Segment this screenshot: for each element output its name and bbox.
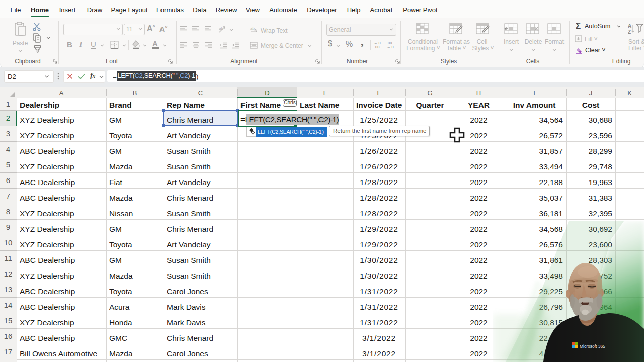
svg-text:Microsoft 365: Microsoft 365	[580, 344, 605, 349]
svg-text:→.0: →.0	[387, 45, 394, 49]
svg-text:ab: ab	[250, 26, 255, 31]
svg-text:Z: Z	[628, 29, 631, 35]
svg-text:A: A	[628, 23, 631, 29]
svg-text:.00: .00	[374, 45, 379, 49]
svg-text:ab: ab	[219, 26, 223, 31]
